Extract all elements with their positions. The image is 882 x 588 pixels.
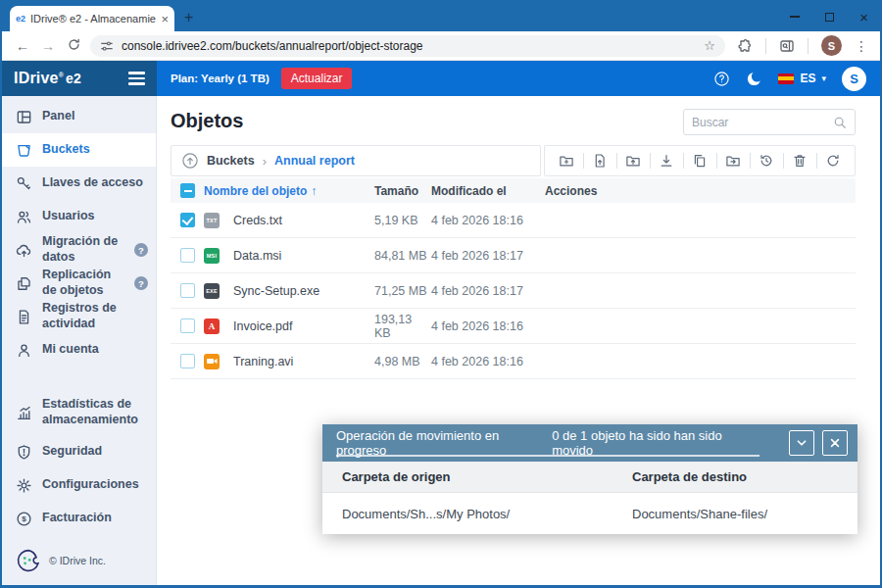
sort-by-name-header[interactable]: Nombre del objeto ↑ [204,184,374,198]
table-row[interactable]: Traning.avi4,98 MB4 feb 2026 18:16 [171,344,856,379]
log-icon [16,309,32,325]
table-row[interactable]: TXTCreds.txt5,19 KB4 feb 2026 18:16 [171,203,856,238]
breadcrumb-current[interactable]: Annual report [274,154,355,168]
account-avatar[interactable]: S [842,67,866,91]
breadcrumb-root[interactable]: Buckets [207,154,255,168]
sidebar-group-secondary: Estadísticas de almacenamientoSeguridadC… [2,390,156,535]
extensions-icon[interactable] [737,38,753,54]
spain-flag-icon [778,74,794,84]
maximize-icon[interactable] [825,13,834,22]
plan-label: Plan: Yearly (1 TB) [171,73,270,84]
bookmark-star-icon[interactable]: ☆ [704,38,715,53]
upload-file-button[interactable] [588,149,612,172]
restore-button[interactable] [755,149,778,172]
app-header: IDrive®e2 Plan: Yearly (1 TB) Actualizar… [2,61,880,96]
main-content: Objetos Buckets › Annual report Nombre d… [157,96,880,585]
row-checkbox[interactable] [180,318,195,333]
table-row[interactable]: MSIData.msi84,81 MB4 feb 2026 18:17 [171,238,856,273]
svg-text:$: $ [22,514,26,523]
browser-actions: S ⋮ [733,35,872,56]
txt-file-icon: TXT [204,213,220,228]
reload-icon[interactable] [61,37,86,55]
copy-button[interactable] [688,149,711,172]
site-settings-icon[interactable] [100,39,114,53]
sidebar-item-users[interactable]: Usuarios [2,200,156,233]
sidebar-item-security[interactable]: Seguridad [2,435,156,468]
shield-icon [16,444,32,461]
create-folder-button[interactable] [555,149,578,172]
toolbar-divider [583,153,584,169]
pdf-file-icon: A [204,318,220,334]
browser-profile-avatar[interactable]: S [821,35,842,56]
size-header: Tamaño [374,184,431,198]
msi-file-icon: MSI [204,248,220,264]
new-tab-button[interactable]: + [184,10,193,25]
close-icon [829,437,841,449]
sidebar-item-activity-logs[interactable]: Registros de actividad [2,300,156,333]
window-controls: × [790,2,876,31]
language-code: ES [800,72,815,85]
side-panel-icon[interactable] [779,38,795,54]
toolbar-divider [716,153,717,169]
object-toolbar [544,145,856,176]
chevron-down-icon: ▾ [821,74,826,83]
object-modified: 4 feb 2026 18:16 [431,214,545,227]
tab-close-icon[interactable]: × [161,13,169,25]
menu-hamburger-icon[interactable] [128,72,145,84]
sidebar-item-buckets[interactable]: Buckets [2,133,156,167]
sidebar-item-panel[interactable]: Panel [2,100,156,133]
sidebar-item-data-migration[interactable]: Migración de datos? [2,233,156,267]
url-text[interactable]: console.idrivee2.com/buckets/annualrepor… [122,39,696,53]
home-bucket-icon[interactable] [181,152,199,170]
address-input[interactable]: console.idrivee2.com/buckets/annualrepor… [90,35,725,57]
progress-bar [336,455,760,457]
sidebar-item-settings[interactable]: Configuraciones [2,468,156,502]
select-all-checkbox[interactable] [180,183,195,198]
row-checkbox[interactable] [180,354,195,368]
sidebar-item-storage-stats[interactable]: Estadísticas de almacenamiento [2,390,156,435]
sidebar-item-object-replication[interactable]: Replicación de objetos? [2,267,156,300]
logo-area: IDrive®e2 [2,61,157,96]
help-icon[interactable]: ? [134,243,148,257]
forward-icon[interactable]: → [35,38,61,54]
language-selector[interactable]: ES ▾ [778,72,826,85]
upgrade-button[interactable]: Actualizar [281,68,353,89]
help-icon[interactable]: ? [134,276,148,290]
move-panel-values: Documents/Sh...s/My Photos/ Documents/Sh… [322,493,858,534]
move-operation-panel: Operación de movimiento en progreso 0 de… [322,424,858,534]
minimize-icon[interactable] [790,16,800,18]
copyright-text: © IDrive Inc. [49,555,106,566]
table-row[interactable]: EXESync-Setup.exe71,25 MB4 feb 2026 18:1… [171,273,856,309]
refresh-button[interactable] [821,149,845,172]
sidebar-item-access-keys[interactable]: Llaves de acceso [2,167,156,200]
upload-folder-button[interactable] [621,149,645,172]
move-button[interactable] [721,149,745,172]
header-main: Plan: Yearly (1 TB) Actualizar ES ▾ S [157,61,880,96]
collapse-panel-button[interactable] [789,430,814,456]
download-button[interactable] [655,149,678,172]
row-checkbox[interactable] [180,283,195,298]
delete-button[interactable] [788,149,811,172]
sidebar-item-billing[interactable]: $Facturación [2,502,156,535]
sidebar-footer: © IDrive Inc. [2,538,156,585]
sidebar-group-primary: PanelBucketsLlaves de accesoUsuariosMigr… [2,100,156,367]
dark-mode-moon-icon[interactable] [746,71,762,87]
browser-menu-icon[interactable]: ⋮ [855,38,868,54]
row-checkbox[interactable] [180,213,195,227]
object-modified: 4 feb 2026 18:17 [431,284,545,298]
close-panel-button[interactable] [822,430,848,456]
object-modified: 4 feb 2026 18:16 [431,355,545,368]
table-row[interactable]: AInvoice.pdf193,13 KB4 feb 2026 18:16 [171,309,856,344]
breadcrumb-separator: › [263,154,267,169]
source-folder-path: Documents/Sh...s/My Photos/ [342,507,632,521]
window-close-icon[interactable]: × [859,10,868,24]
browser-tab[interactable]: e2 IDrive® e2 - Almacenamiento ... × [10,6,174,31]
sidebar-item-my-account[interactable]: Mi cuenta [2,333,156,367]
row-checkbox[interactable] [180,248,195,263]
breadcrumb: Buckets › Annual report [171,145,541,176]
modified-header: Modificado el [431,184,545,198]
dollar-icon: $ [16,511,32,527]
help-circle-icon[interactable] [713,71,730,87]
back-icon[interactable]: ← [10,38,35,54]
search-input[interactable] [692,116,833,129]
